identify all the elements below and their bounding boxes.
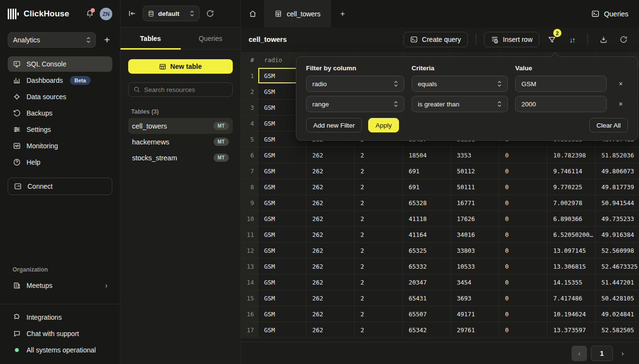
grid-cell[interactable]: 14.15355 (547, 274, 596, 290)
sort-button[interactable]: ↓↑ (564, 32, 580, 47)
sidebar-item-sql-console[interactable]: SQL Console (8, 56, 112, 72)
grid-cell[interactable]: 50.428105 (596, 290, 639, 306)
grid-cell[interactable]: 65507 (403, 306, 451, 322)
grid-cell[interactable]: 0 (499, 259, 547, 274)
grid-cell[interactable]: 2 (355, 259, 403, 274)
grid-cell[interactable]: 262 (306, 290, 355, 306)
grid-cell[interactable]: 3454 (451, 274, 499, 290)
collapse-panel-icon[interactable] (128, 10, 136, 17)
grid-cell[interactable]: 52.582505 (596, 322, 639, 338)
grid-cell[interactable]: 7.002978 (547, 195, 596, 211)
grid-cell[interactable]: 7.417486 (547, 290, 596, 306)
grid-cell[interactable]: 262 (306, 243, 355, 259)
grid-cell[interactable]: 20347 (403, 274, 451, 290)
filter-criteria-select[interactable]: is greater than (412, 96, 508, 112)
grid-cell[interactable]: GSM (258, 227, 306, 243)
grid-cell[interactable]: 17626 (451, 211, 499, 227)
grid-cell[interactable]: 691 (403, 179, 451, 195)
sidebar-footer-item-integrations[interactable]: Integrations (8, 310, 112, 325)
sidebar-item-backups[interactable]: Backups (8, 105, 112, 121)
avatar[interactable]: ZN (100, 8, 112, 20)
grid-cell[interactable]: 0 (499, 322, 547, 338)
sidebar-item-meetups[interactable]: Meetups › (8, 278, 112, 293)
grid-cell[interactable]: 49.806073 (596, 163, 639, 179)
grid-cell[interactable]: 52.4673325 (596, 259, 639, 274)
filter-value-input[interactable]: GSM (515, 76, 607, 92)
grid-cell[interactable]: 50112 (451, 163, 499, 179)
remove-filter-button[interactable]: × (614, 100, 627, 108)
grid-cell[interactable]: 262 (306, 227, 355, 243)
grid-cell[interactable]: GSM (258, 163, 306, 179)
grid-cell[interactable]: 0 (499, 306, 547, 322)
grid-cell[interactable]: 9.770225 (547, 179, 596, 195)
explorer-tab-queries[interactable]: Queries (181, 27, 241, 49)
grid-cell[interactable]: 16771 (451, 195, 499, 211)
filter-criteria-select[interactable]: equals (412, 76, 508, 92)
grid-cell[interactable]: 262 (306, 259, 355, 274)
grid-cell[interactable]: 262 (306, 195, 355, 211)
grid-cell[interactable]: 51.852036 (596, 147, 639, 163)
grid-header-index[interactable]: # (241, 52, 258, 68)
grid-cell[interactable]: 262 (306, 179, 355, 195)
grid-cell[interactable]: 29761 (451, 322, 499, 338)
sidebar-footer-item-all-systems-operational[interactable]: All systems operational (8, 343, 112, 357)
explorer-tab-tables[interactable]: Tables (120, 27, 181, 49)
grid-cell[interactable]: 34016 (451, 227, 499, 243)
grid-cell[interactable]: GSM (258, 259, 306, 274)
grid-cell[interactable]: 49.916384 (596, 227, 639, 243)
grid-cell[interactable]: 51.447201 (596, 274, 639, 290)
grid-cell[interactable]: 2 (355, 227, 403, 243)
grid-cell[interactable]: 0 (499, 211, 547, 227)
add-filter-button[interactable]: Add new Filter (306, 118, 362, 132)
grid-cell[interactable]: 2 (355, 195, 403, 211)
grid-cell[interactable]: 49171 (451, 306, 499, 322)
grid-cell[interactable]: 41118 (403, 211, 451, 227)
next-page-button[interactable]: › (617, 346, 628, 361)
tab-cell-towers[interactable]: cell_towers (264, 0, 331, 27)
grid-cell[interactable]: 2 (355, 211, 403, 227)
grid-cell[interactable]: 0 (499, 243, 547, 259)
grid-cell[interactable]: 18504 (403, 147, 451, 163)
page-number-input[interactable]: 1 (591, 346, 613, 361)
grid-cell[interactable]: 33803 (451, 243, 499, 259)
sidebar-footer-item-chat-with-support[interactable]: Chat with support (8, 326, 112, 341)
grid-cell[interactable]: 2 (355, 306, 403, 322)
table-list-item-cell_towers[interactable]: cell_towersMT (128, 118, 233, 134)
grid-cell[interactable]: 2 (355, 163, 403, 179)
grid-cell[interactable]: GSM (258, 147, 306, 163)
new-tab-button[interactable]: + (331, 0, 354, 27)
grid-cell[interactable]: 0 (499, 195, 547, 211)
connect-button[interactable]: Connect (8, 178, 112, 195)
grid-cell[interactable]: GSM (258, 274, 306, 290)
create-query-button[interactable]: Create query (403, 32, 468, 47)
grid-cell[interactable]: 0 (499, 227, 547, 243)
remove-filter-button[interactable]: × (614, 80, 627, 88)
grid-cell[interactable]: 49.024841 (596, 306, 639, 322)
grid-cell[interactable]: 2 (355, 243, 403, 259)
home-tab[interactable] (241, 0, 264, 27)
grid-cell[interactable]: 10.782398 (547, 147, 596, 163)
sidebar-item-settings[interactable]: Settings (8, 122, 112, 137)
new-table-button[interactable]: New table (128, 59, 233, 74)
sidebar-item-monitoring[interactable]: Monitoring (8, 138, 112, 154)
grid-cell[interactable]: 13.373597 (547, 322, 596, 338)
grid-cell[interactable]: 3693 (451, 290, 499, 306)
notifications-bell-icon[interactable] (84, 9, 95, 19)
grid-cell[interactable]: 262 (306, 211, 355, 227)
grid-cell[interactable]: 50111 (451, 179, 499, 195)
insert-row-button[interactable]: Insert row (484, 32, 539, 47)
sidebar-item-data-sources[interactable]: Data sources (8, 89, 112, 104)
grid-cell[interactable]: 2 (355, 322, 403, 338)
grid-cell[interactable]: 52.560998 (596, 243, 639, 259)
database-select[interactable]: default (143, 6, 200, 21)
grid-cell[interactable]: 691 (403, 163, 451, 179)
grid-cell[interactable]: 41164 (403, 227, 451, 243)
queries-button[interactable]: Queries (581, 0, 639, 27)
grid-cell[interactable]: 49.735233 (596, 211, 639, 227)
grid-cell[interactable]: 2 (355, 290, 403, 306)
filter-button[interactable]: 2 (544, 32, 559, 47)
grid-cell[interactable]: 10533 (451, 259, 499, 274)
grid-cell[interactable]: 3353 (451, 147, 499, 163)
grid-cell[interactable]: GSM (258, 211, 306, 227)
grid-cell[interactable]: 262 (306, 322, 355, 338)
